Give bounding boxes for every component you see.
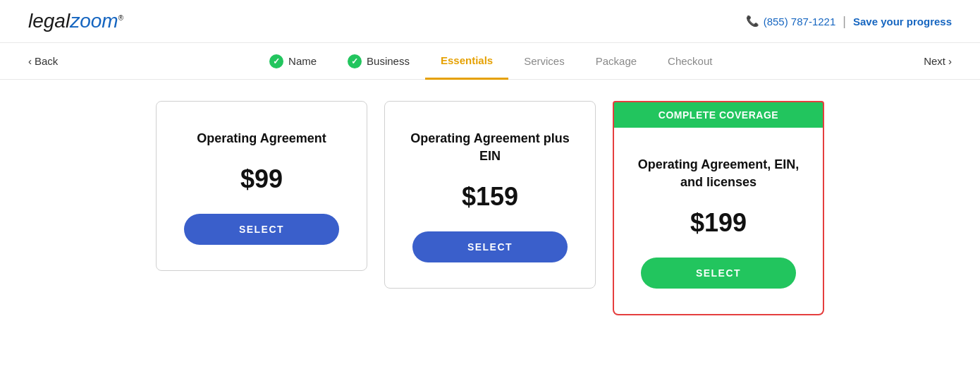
nav-step-checkout[interactable]: Checkout <box>652 43 728 80</box>
next-link[interactable]: Next › <box>924 55 952 67</box>
card-price: $99 <box>240 164 283 194</box>
header-divider: | <box>843 14 846 29</box>
logo: legalzoom® <box>28 10 123 32</box>
pricing-card-card1: Operating Agreement$99SELECT <box>156 101 367 271</box>
chevron-left-icon: ‹ <box>28 55 32 67</box>
step-label-services: Services <box>524 55 565 67</box>
check-circle-icon <box>269 54 283 68</box>
select-button-card1[interactable]: SELECT <box>184 214 339 245</box>
logo-legal: legal <box>28 10 70 32</box>
nav-step-package[interactable]: Package <box>580 43 652 80</box>
nav-step-name[interactable]: Name <box>254 43 332 80</box>
site-header: legalzoom® 📞 (855) 787-1221 | Save your … <box>0 0 980 43</box>
step-label-business: Business <box>367 55 410 67</box>
step-label-essentials: Essentials <box>441 54 493 66</box>
main-content: Operating Agreement$99SELECTOperating Ag… <box>0 80 980 344</box>
nav-step-essentials[interactable]: Essentials <box>425 43 508 80</box>
select-button-card2[interactable]: SELECT <box>412 231 568 262</box>
card-price: $199 <box>690 208 747 238</box>
step-nav: ‹ Back NameBusinessEssentialsServicesPac… <box>0 43 980 80</box>
back-link[interactable]: ‹ Back <box>28 55 58 67</box>
select-button-card3[interactable]: SELECT <box>641 258 796 289</box>
nav-step-business[interactable]: Business <box>332 43 425 80</box>
phone-icon: 📞 <box>746 15 759 28</box>
logo-trademark: ® <box>118 14 123 22</box>
card-title: Operating Agreement <box>197 130 326 147</box>
phone-link[interactable]: 📞 (855) 787-1221 <box>746 15 836 28</box>
step-list: NameBusinessEssentialsServicesPackageChe… <box>79 43 902 80</box>
card-price: $159 <box>462 182 518 212</box>
card-wrapper-card2: Operating Agreement plus EIN$159SELECT <box>384 101 596 289</box>
pricing-card-card2: Operating Agreement plus EIN$159SELECT <box>384 101 596 289</box>
complete-coverage-banner: COMPLETE COVERAGE <box>613 101 824 128</box>
check-circle-icon <box>348 54 362 68</box>
back-label: Back <box>35 55 58 67</box>
save-progress-link[interactable]: Save your progress <box>853 16 952 28</box>
nav-step-services[interactable]: Services <box>508 43 580 80</box>
pricing-cards: Operating Agreement$99SELECTOperating Ag… <box>28 101 952 315</box>
card-wrapper-card1: Operating Agreement$99SELECT <box>156 101 367 271</box>
header-actions: 📞 (855) 787-1221 | Save your progress <box>746 14 952 29</box>
logo-zoom: zoom <box>70 10 118 32</box>
pricing-card-card3: Operating Agreement, EIN, and licenses$1… <box>613 128 824 315</box>
step-label-package: Package <box>596 55 637 67</box>
card-title: Operating Agreement, EIN, and licenses <box>635 156 802 191</box>
phone-number: (855) 787-1221 <box>764 16 836 28</box>
card-wrapper-card3: COMPLETE COVERAGEOperating Agreement, EI… <box>613 101 824 315</box>
next-label: Next <box>924 55 945 67</box>
chevron-right-icon: › <box>948 55 952 67</box>
step-label-checkout: Checkout <box>668 55 712 67</box>
step-label-name: Name <box>288 55 317 67</box>
card-title: Operating Agreement plus EIN <box>406 130 574 165</box>
